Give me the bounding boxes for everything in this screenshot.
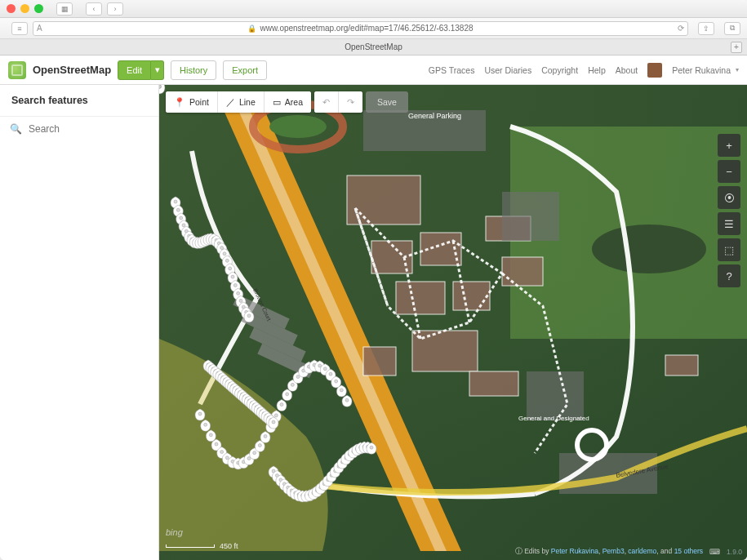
point-tool[interactable]: 📍Point bbox=[166, 91, 218, 113]
new-tab-button[interactable]: + bbox=[731, 42, 742, 53]
svg-point-69 bbox=[274, 414, 278, 417]
nav-diaries[interactable]: User Diaries bbox=[484, 65, 531, 75]
svg-point-82 bbox=[345, 398, 349, 402]
label-parking: General Parking bbox=[408, 112, 461, 120]
attrib-user2[interactable]: Pemb3 bbox=[602, 547, 625, 555]
svg-point-29 bbox=[180, 216, 183, 220]
osm-app: OpenStreetMap Edit ▾ History Export GPS … bbox=[0, 56, 747, 560]
svg-point-60 bbox=[225, 456, 229, 460]
version: 1.9.0 bbox=[727, 548, 742, 556]
sidebar-toggle-group: ▦ bbox=[51, 2, 73, 16]
undo-button[interactable]: ↶ bbox=[314, 91, 339, 113]
nav-traces[interactable]: GPS Traces bbox=[429, 65, 475, 75]
svg-point-50 bbox=[237, 291, 240, 295]
tabs-button[interactable]: ⧉ bbox=[724, 22, 740, 35]
maximize-icon[interactable] bbox=[34, 4, 43, 13]
area-tool[interactable]: ▭Area bbox=[265, 91, 311, 113]
reader-button[interactable]: ≡ bbox=[11, 22, 28, 35]
undo-redo: ↶ ↷ bbox=[314, 91, 362, 113]
tab-bar: OpenStreetMap + bbox=[0, 39, 747, 56]
attrib-others[interactable]: 15 others bbox=[674, 547, 703, 555]
back-button[interactable]: ‹ bbox=[86, 2, 102, 16]
tab-title[interactable]: OpenStreetMap bbox=[345, 42, 402, 51]
share-button[interactable]: ⇪ bbox=[698, 22, 714, 35]
attrib-user1[interactable]: Peter Rukavina bbox=[551, 547, 598, 555]
url-bar: ≡ A 🔒 www.openstreetmap.org/edit#map=17/… bbox=[0, 18, 747, 39]
edit-button[interactable]: Edit bbox=[118, 60, 151, 80]
svg-point-46 bbox=[225, 259, 229, 262]
browser-window: ▦ ‹ › ≡ A 🔒 www.openstreetmap.org/edit#m… bbox=[0, 0, 747, 560]
line-icon: ／ bbox=[226, 96, 235, 109]
address-field[interactable]: A 🔒 www.openstreetmap.org/edit#map=17/46… bbox=[33, 21, 688, 36]
url-text: www.openstreetmap.org/edit#map=17/46.256… bbox=[260, 24, 473, 33]
geolocate-button[interactable]: ⦿ bbox=[718, 186, 740, 209]
svg-point-55 bbox=[198, 412, 202, 416]
help-button[interactable]: ? bbox=[718, 264, 740, 287]
macos-titlebar: ▦ ‹ › bbox=[0, 0, 747, 18]
area-icon: ▭ bbox=[273, 97, 281, 108]
reload-icon[interactable]: ⟳ bbox=[678, 24, 684, 33]
point-icon: 📍 bbox=[174, 97, 185, 108]
svg-point-70 bbox=[280, 403, 283, 407]
forward-button[interactable]: › bbox=[107, 2, 123, 16]
attrib-user3[interactable]: carldemo bbox=[628, 547, 656, 555]
avatar[interactable] bbox=[647, 63, 662, 78]
svg-point-48 bbox=[231, 275, 234, 278]
username[interactable]: Peter Rukavina bbox=[672, 65, 731, 75]
map-data-button[interactable]: ⬚ bbox=[718, 238, 740, 261]
zoom-out-button[interactable]: − bbox=[718, 160, 740, 183]
svg-point-110 bbox=[370, 446, 373, 449]
nav-arrows: ‹ › bbox=[81, 2, 123, 16]
svg-rect-10 bbox=[453, 282, 490, 310]
export-button[interactable]: Export bbox=[223, 60, 267, 80]
svg-point-79 bbox=[329, 372, 332, 376]
osm-logo-icon[interactable] bbox=[8, 61, 26, 79]
content: Search features 🔍 bbox=[0, 85, 747, 560]
nav-copyright[interactable]: Copyright bbox=[541, 65, 578, 75]
sidebar-toggle[interactable]: ▦ bbox=[56, 2, 73, 16]
svg-point-56 bbox=[204, 423, 207, 426]
sidebar: Search features 🔍 bbox=[0, 85, 159, 560]
line-tool[interactable]: ／Line bbox=[218, 91, 265, 113]
draw-tools: 📍Point ／Line ▭Area bbox=[166, 91, 311, 113]
shortcuts-icon[interactable]: ⌨ bbox=[709, 548, 720, 556]
search-icon: 🔍 bbox=[10, 123, 22, 135]
svg-point-30 bbox=[182, 224, 185, 227]
history-button[interactable]: History bbox=[171, 60, 216, 80]
svg-point-28 bbox=[176, 208, 180, 211]
svg-point-67 bbox=[264, 434, 267, 438]
imagery-credit: bing bbox=[166, 527, 183, 537]
search-input[interactable] bbox=[29, 123, 151, 135]
attribution: ⓘ Edits by Peter Rukavina, Pemb3, carlde… bbox=[515, 547, 742, 557]
close-icon[interactable] bbox=[7, 4, 16, 13]
map-side-tools: + − ⦿ ☰ ⬚ ? bbox=[718, 134, 740, 287]
save-button[interactable]: Save bbox=[366, 91, 408, 113]
minimize-icon[interactable] bbox=[20, 4, 29, 13]
svg-point-27 bbox=[174, 200, 177, 203]
label-designated: General and Designated bbox=[518, 415, 589, 422]
edit-dropdown[interactable]: ▾ bbox=[151, 60, 164, 80]
layers-button[interactable]: ☰ bbox=[718, 212, 740, 235]
svg-rect-16 bbox=[665, 355, 698, 376]
svg-rect-9 bbox=[396, 282, 445, 314]
zoom-in-button[interactable]: + bbox=[718, 134, 740, 157]
reader-icon: A bbox=[37, 24, 42, 33]
scale-bar: 450 ft bbox=[166, 542, 238, 550]
brand-name[interactable]: OpenStreetMap bbox=[33, 64, 111, 76]
svg-point-54 bbox=[247, 314, 251, 318]
nav-help[interactable]: Help bbox=[588, 65, 606, 75]
svg-point-71 bbox=[286, 393, 289, 396]
edit-group: Edit ▾ bbox=[118, 60, 164, 80]
redo-button[interactable]: ↷ bbox=[339, 91, 362, 113]
svg-point-44 bbox=[220, 247, 224, 250]
map-canvas[interactable]: General Parking General and Designated B… bbox=[159, 85, 747, 560]
svg-rect-14 bbox=[502, 257, 543, 286]
nav-right: GPS Traces User Diaries Copyright Help A… bbox=[429, 63, 739, 78]
svg-point-1 bbox=[592, 224, 706, 273]
traffic-lights bbox=[7, 4, 43, 13]
chevron-down-icon[interactable]: ▾ bbox=[736, 66, 739, 73]
search-row: 🔍 bbox=[0, 117, 158, 141]
svg-point-72 bbox=[291, 383, 294, 386]
editor-toolbar: 📍Point ／Line ▭Area ↶ ↷ Save bbox=[166, 91, 408, 113]
nav-about[interactable]: About bbox=[616, 65, 638, 75]
